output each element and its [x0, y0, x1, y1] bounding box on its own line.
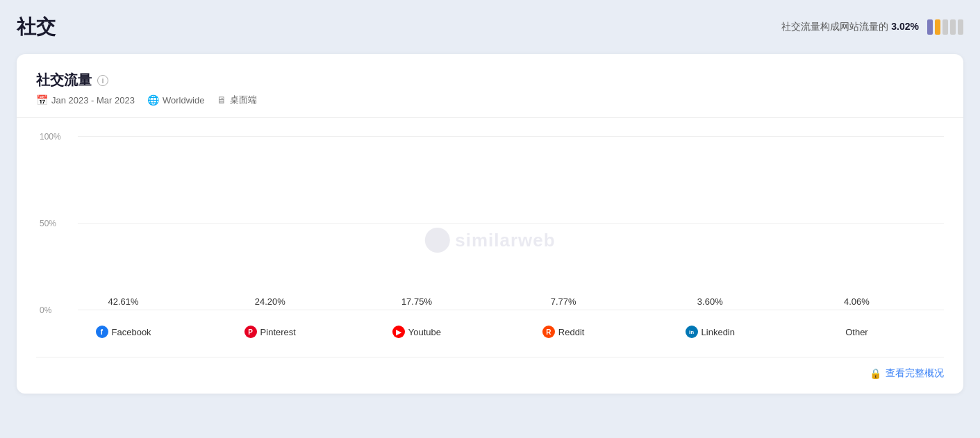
calendar-icon: 📅 — [36, 94, 48, 106]
bar-indicator — [927, 19, 963, 35]
chart-area: 100% 50% 0% similarweb 42.61% 24.20% — [36, 129, 944, 351]
grid-line-0: 0% — [78, 310, 944, 310]
info-icon[interactable]: i — [97, 75, 108, 86]
label-youtube: ▶ Youtube — [343, 326, 490, 338]
card-title-text: 社交流量 — [36, 71, 92, 90]
labels-container: f Facebook P Pinterest ▶ Youtube R — [36, 312, 944, 351]
bar-group-pinterest: 24.20% — [197, 296, 343, 310]
bar-group-other: 4.06% — [783, 296, 930, 310]
lock-icon: 🔒 — [870, 368, 881, 379]
header-right: 社交流量构成网站流量的 3.02% — [781, 19, 963, 35]
other-label: Other — [845, 327, 868, 337]
date-range-item: 📅 Jan 2023 - Mar 2023 — [36, 94, 135, 106]
footer-link-text: 查看完整概况 — [886, 367, 944, 380]
facebook-label: Facebook — [112, 327, 151, 337]
full-overview-link[interactable]: 🔒 查看完整概况 — [870, 367, 944, 380]
label-facebook: f Facebook — [50, 326, 197, 338]
card-footer: 🔒 查看完整概况 — [36, 357, 944, 380]
device-text: 桌面端 — [230, 94, 257, 106]
bar-group-youtube: 17.75% — [343, 296, 490, 310]
device-item: 🖥 桌面端 — [217, 94, 257, 106]
label-reddit: R Reddit — [490, 326, 637, 338]
youtube-pct: 17.75% — [401, 296, 432, 307]
pinterest-pct: 24.20% — [255, 296, 285, 307]
linkedin-pct: 3.60% — [697, 296, 723, 307]
label-pinterest: P Pinterest — [197, 326, 343, 338]
pinterest-icon: P — [244, 326, 257, 338]
facebook-pct: 42.61% — [108, 296, 139, 307]
linkedin-label: Linkedin — [701, 327, 735, 337]
region-item: 🌐 Worldwide — [147, 94, 204, 106]
youtube-label: Youtube — [408, 327, 441, 337]
desktop-icon: 🖥 — [217, 94, 226, 106]
card-meta: 📅 Jan 2023 - Mar 2023 🌐 Worldwide 🖥 桌面端 — [36, 94, 944, 106]
label-other: Other — [783, 327, 930, 337]
reddit-icon: R — [542, 326, 555, 338]
social-traffic-card: 社交流量 i 📅 Jan 2023 - Mar 2023 🌐 Worldwide… — [17, 54, 963, 394]
reddit-label: Reddit — [558, 327, 585, 337]
divider — [17, 117, 963, 118]
youtube-icon: ▶ — [392, 326, 405, 338]
page-header: 社交 社交流量构成网站流量的 3.02% — [17, 14, 963, 40]
header-description: 社交流量构成网站流量的 3.02% — [781, 21, 919, 33]
other-pct: 4.06% — [844, 296, 870, 307]
bars-container: 42.61% 24.20% 17.75% 7.77% 3.60% — [36, 129, 944, 310]
bar-group-linkedin: 3.60% — [637, 296, 783, 310]
reddit-pct: 7.77% — [551, 296, 576, 307]
traffic-percentage: 3.02% — [891, 21, 919, 32]
bar-group-reddit: 7.77% — [490, 296, 637, 310]
facebook-icon: f — [96, 326, 108, 338]
bar-group-facebook: 42.61% — [50, 296, 197, 310]
linkedin-icon: in — [686, 326, 698, 338]
page-title: 社交 — [17, 14, 56, 40]
globe-icon: 🌐 — [147, 94, 159, 106]
card-title-row: 社交流量 i — [36, 71, 944, 90]
pinterest-label: Pinterest — [260, 327, 296, 337]
region-text: Worldwide — [163, 95, 204, 106]
label-linkedin: in Linkedin — [637, 326, 783, 338]
date-range-text: Jan 2023 - Mar 2023 — [51, 95, 135, 106]
